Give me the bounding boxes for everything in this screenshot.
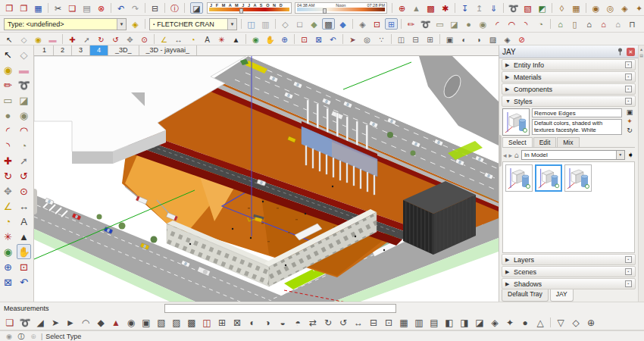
arc-tool-icon[interactable]: ◜ xyxy=(491,18,504,30)
polygon-tool-icon[interactable]: ◉ xyxy=(477,18,489,30)
measurements-input[interactable] xyxy=(164,304,396,313)
protractor-icon[interactable]: ◔ xyxy=(186,34,199,44)
house-builder-icon[interactable]: ⌂ xyxy=(554,18,567,30)
tape-measure-icon[interactable]: ∠ xyxy=(158,34,170,44)
shadow-time-slider[interactable]: 04:38 AM Noon 07:28 PM xyxy=(295,2,387,14)
shadow-date-handle[interactable] xyxy=(239,8,243,14)
styles-list[interactable] xyxy=(502,161,635,253)
tray-scrollbar[interactable]: ▲ ▤ xyxy=(638,45,644,302)
geolocation-status-icon[interactable]: ◉ xyxy=(5,330,14,341)
tray-tab-default[interactable]: Default Tray xyxy=(502,289,549,302)
wall-tool-icon[interactable]: ▯ xyxy=(568,18,581,30)
shadow-time-handle[interactable] xyxy=(323,8,327,14)
sandbox-from-scratch-icon[interactable]: ▦ xyxy=(570,2,583,14)
bottom-tool-icon[interactable]: ⇄ xyxy=(306,317,320,328)
section-styles[interactable]: ▼ Styles ▪ xyxy=(502,95,636,107)
toggle-terrain-icon[interactable]: ▲ xyxy=(410,2,423,14)
drape-icon[interactable]: ◈ xyxy=(618,2,631,14)
bottom-tool-icon[interactable]: ⊟ xyxy=(367,317,380,328)
bottom-tool-icon[interactable]: ▧ xyxy=(155,317,168,328)
select-tool-icon[interactable]: ↖ xyxy=(1,47,15,62)
previous-view-icon[interactable]: ↶ xyxy=(327,34,339,44)
orbit-tool-icon[interactable]: ◉ xyxy=(249,34,262,44)
undo-icon[interactable]: ↶ xyxy=(114,2,127,14)
three-point-arc-icon[interactable]: ◝ xyxy=(1,138,15,153)
move-tool-icon[interactable]: ✚ xyxy=(1,153,15,168)
section-scenes[interactable]: ▶ Scenes ▪ xyxy=(502,266,636,277)
rectangle-tool-icon[interactable]: ▭ xyxy=(1,92,15,108)
scene-tab-1[interactable]: 1 xyxy=(36,45,54,55)
bottom-tool-icon[interactable]: ◓ xyxy=(291,317,305,328)
3d-text-icon[interactable]: ▲ xyxy=(17,229,31,244)
xray-mode-icon[interactable]: ◫ xyxy=(245,18,258,30)
3d-viewport[interactable] xyxy=(34,56,499,302)
select-tool-icon[interactable]: ↖ xyxy=(3,34,16,44)
bottom-tool-icon[interactable]: ▽ xyxy=(554,317,567,328)
bottom-tool-icon[interactable]: ▣ xyxy=(139,317,153,328)
orbit-tool-icon[interactable]: ◉ xyxy=(1,244,15,259)
scene-tab-3[interactable]: 3 xyxy=(72,45,90,55)
delete-icon[interactable]: ⊗ xyxy=(95,2,108,14)
pin-icon[interactable] xyxy=(617,48,624,55)
scene-tab-2[interactable]: 2 xyxy=(54,45,72,55)
wireframe-icon[interactable]: ◇ xyxy=(279,18,292,30)
advanced-camera-icon[interactable]: ◈ xyxy=(501,34,514,44)
polygon-tool-icon[interactable]: ◉ xyxy=(17,108,31,123)
two-point-arc-icon[interactable]: ◠ xyxy=(17,123,31,138)
collection-combo[interactable]: In Model ▼ xyxy=(521,150,625,160)
make-component-icon[interactable]: ◇ xyxy=(17,47,31,62)
get-models-icon[interactable]: ↧ xyxy=(458,2,471,14)
bottom-tool-icon[interactable]: ◇ xyxy=(569,317,583,328)
combo-dropdown-arrow-icon[interactable]: ▼ xyxy=(117,19,126,30)
look-around-icon[interactable]: ◎ xyxy=(361,34,374,44)
save-icon[interactable]: ▦ xyxy=(32,2,45,14)
top-view-icon[interactable]: ⊡ xyxy=(370,18,383,30)
model-info-icon[interactable]: ⓘ xyxy=(168,2,181,14)
bottom-tool-icon[interactable]: ▨ xyxy=(170,317,183,328)
lasso-select-icon[interactable]: ➰ xyxy=(507,2,520,14)
tab-select[interactable]: Select xyxy=(502,137,533,147)
bottom-tool-icon[interactable]: ↻ xyxy=(321,317,335,328)
line-tool-icon[interactable]: ✏ xyxy=(1,77,15,92)
tray-menu-icon[interactable]: ▤ xyxy=(639,53,643,58)
cut-icon[interactable]: ✂ xyxy=(52,2,64,14)
tray-close-icon[interactable]: ✕ xyxy=(627,48,635,56)
create-style-button[interactable]: ✦ xyxy=(624,117,635,126)
scene-tab-4[interactable]: 4 xyxy=(90,45,108,55)
zoom-window-icon[interactable]: ⊡ xyxy=(298,34,311,44)
zoom-tool-icon[interactable]: ⊕ xyxy=(1,259,15,274)
freehand-tool-icon[interactable]: ➰ xyxy=(17,77,31,92)
copy-icon[interactable]: ❏ xyxy=(66,2,79,14)
bottom-tool-icon[interactable]: ◢ xyxy=(33,317,47,328)
bottom-tool-icon[interactable]: ▥ xyxy=(412,317,426,328)
axes-tool-icon[interactable]: ✳ xyxy=(215,34,228,44)
two-point-arc-icon[interactable]: ◠ xyxy=(505,18,518,30)
3d-text-icon[interactable]: ▲ xyxy=(230,34,242,44)
eraser-tool-icon[interactable]: ▬ xyxy=(17,62,31,77)
credits-status-icon[interactable]: ⓘ xyxy=(17,330,26,341)
iso-view-icon[interactable]: ◈ xyxy=(356,18,369,30)
style-thumbnail-selected[interactable] xyxy=(535,164,562,192)
paint-adjacent-icon[interactable]: ◩ xyxy=(536,2,549,14)
crane-selector-combo[interactable]: ▪ FLETCHER CRAN ▼ xyxy=(149,18,237,30)
rectangle-tool-icon[interactable]: ▭ xyxy=(433,18,446,30)
bottom-tool-icon[interactable]: ◠ xyxy=(79,317,92,328)
zoom-extents-icon[interactable]: ⊠ xyxy=(312,34,325,44)
front-view-icon[interactable]: ⊞ xyxy=(385,18,398,30)
toolset-drag-handle[interactable] xyxy=(34,189,37,214)
rotate-tool-icon[interactable]: ↻ xyxy=(1,168,15,183)
house-add-icon[interactable]: ⌂ xyxy=(597,18,610,30)
add-location-icon[interactable]: ⊕ xyxy=(395,2,408,14)
arc-tool-icon[interactable]: ◜ xyxy=(1,123,15,138)
back-arrow-icon[interactable]: ◂ xyxy=(503,152,507,159)
previous-view-icon[interactable]: ↶ xyxy=(17,274,31,289)
bottom-tool-icon[interactable]: ❏ xyxy=(3,317,17,328)
style-thumbnail[interactable] xyxy=(564,164,592,192)
bottom-tool-icon[interactable]: ➤ xyxy=(48,317,62,328)
camera-two-point-icon[interactable]: ◐ xyxy=(458,34,470,44)
zoom-extents-icon[interactable]: ⊠ xyxy=(1,274,15,289)
bottom-tool-icon[interactable]: ◪ xyxy=(473,317,486,328)
style-description-field[interactable]: Default colors, shaded with textures fac… xyxy=(532,119,622,135)
tray-tab-jay[interactable]: JAY xyxy=(550,289,574,302)
stamp-icon[interactable]: ◎ xyxy=(604,2,617,14)
